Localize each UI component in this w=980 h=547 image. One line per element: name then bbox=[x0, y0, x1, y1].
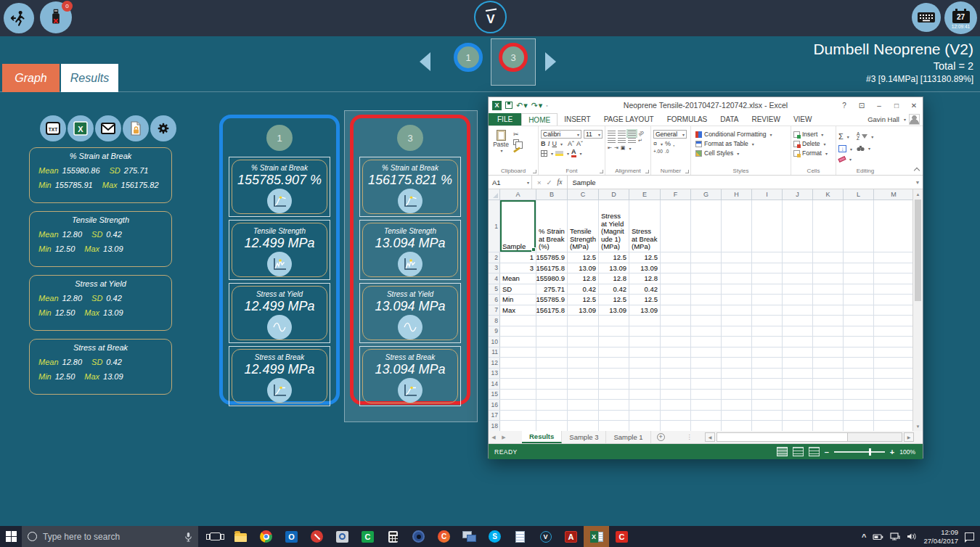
collapse-ribbon-icon[interactable] bbox=[914, 168, 920, 173]
ccleaner-icon[interactable]: C bbox=[431, 526, 457, 547]
row-header-1[interactable]: 1 bbox=[489, 200, 500, 252]
camtasia-recorder-icon[interactable]: C bbox=[609, 526, 634, 547]
cell-D1[interactable]: Stress at Yield (Magnitude 1) (MPa) bbox=[599, 200, 629, 252]
adobe-reader-icon[interactable]: A bbox=[558, 526, 584, 547]
cell-C1[interactable]: Tensile Strength (MPa) bbox=[568, 200, 599, 252]
cell-B7[interactable]: 156175.8 bbox=[536, 305, 568, 316]
align-top-icon[interactable] bbox=[608, 131, 616, 136]
tab-results[interactable]: Results bbox=[61, 64, 118, 92]
sample-tab-1[interactable]: 1 bbox=[454, 43, 483, 72]
metric-card[interactable]: % Strain at Break156175.821 % bbox=[359, 157, 461, 217]
cell-M15[interactable] bbox=[874, 390, 914, 400]
column-header-L[interactable]: L bbox=[844, 189, 874, 200]
ribbon-tab-page-layout[interactable]: PAGE LAYOUT bbox=[597, 113, 661, 126]
cell-F14[interactable] bbox=[661, 379, 691, 389]
cell-B16[interactable] bbox=[536, 400, 568, 410]
row-header-16[interactable]: 16 bbox=[489, 400, 500, 410]
row-header-8[interactable]: 8 bbox=[489, 316, 500, 326]
column-header-C[interactable]: C bbox=[568, 189, 599, 200]
column-header-A[interactable]: A bbox=[500, 189, 536, 200]
cell-D3[interactable]: 13.09 bbox=[599, 263, 629, 274]
cell-F18[interactable] bbox=[661, 421, 691, 431]
cell-I4[interactable] bbox=[752, 274, 783, 284]
cell-G4[interactable] bbox=[691, 274, 722, 284]
cell-H16[interactable] bbox=[722, 400, 752, 410]
excel-app-icon[interactable]: X bbox=[584, 526, 609, 547]
align-center-icon[interactable] bbox=[618, 138, 626, 144]
sheet-nav-right-icon[interactable]: ▶ bbox=[499, 431, 509, 443]
cell-I1[interactable] bbox=[752, 200, 783, 252]
cell-M8[interactable] bbox=[874, 316, 914, 326]
scroll-down-icon[interactable]: ▼ bbox=[913, 421, 923, 431]
excel-titlebar[interactable]: X ↶ ▾ ↷ ▾ ▫ Neoprene Tensile-20170427-12… bbox=[489, 97, 923, 113]
cell-K8[interactable] bbox=[813, 316, 844, 326]
cell-F5[interactable] bbox=[661, 284, 691, 295]
cell-I2[interactable] bbox=[752, 252, 783, 263]
cell-M14[interactable] bbox=[874, 379, 914, 389]
cells-button-format[interactable]: Format▾ bbox=[793, 149, 834, 157]
cell-M7[interactable] bbox=[874, 305, 914, 316]
vectorpro-icon[interactable]: V bbox=[533, 526, 558, 547]
column-header-B[interactable]: B bbox=[536, 189, 568, 200]
sheet-nav-left-icon[interactable]: ◀ bbox=[489, 431, 499, 443]
cell-D10[interactable] bbox=[599, 337, 629, 347]
row-header-14[interactable]: 14 bbox=[489, 379, 500, 389]
autosum-button[interactable]: Σ▾ bbox=[838, 132, 852, 141]
cell-K9[interactable] bbox=[813, 326, 844, 337]
styles-button-conditional-formatting[interactable]: Conditional Formatting▾ bbox=[695, 131, 789, 138]
number-dialog-launcher[interactable] bbox=[685, 170, 689, 173]
cell-F2[interactable] bbox=[661, 252, 691, 263]
export-txt-button[interactable]: TXT bbox=[40, 115, 66, 141]
cell-B1[interactable]: % Strain at Break (%) bbox=[536, 200, 568, 252]
cell-D14[interactable] bbox=[599, 379, 629, 389]
increase-decimal-icon[interactable]: +.00 bbox=[653, 149, 663, 154]
cell-A17[interactable] bbox=[500, 411, 536, 421]
cell-I15[interactable] bbox=[752, 390, 783, 400]
cell-L5[interactable] bbox=[844, 284, 874, 295]
file-explorer-icon[interactable] bbox=[228, 526, 253, 547]
cell-K4[interactable] bbox=[813, 274, 844, 284]
outlook-icon[interactable]: O bbox=[279, 526, 304, 547]
zoom-out-icon[interactable]: – bbox=[825, 448, 829, 456]
find-select-button[interactable]: ▾ bbox=[857, 145, 873, 152]
cell-H2[interactable] bbox=[722, 252, 752, 263]
cell-M6[interactable] bbox=[874, 295, 914, 305]
cell-M2[interactable] bbox=[874, 252, 914, 263]
usb-device-button[interactable]: 0 bbox=[40, 1, 72, 33]
cell-E14[interactable] bbox=[629, 379, 661, 389]
cell-E5[interactable]: 0.42 bbox=[629, 284, 661, 295]
cell-M3[interactable] bbox=[874, 263, 914, 274]
cell-M9[interactable] bbox=[874, 326, 914, 337]
cell-E11[interactable] bbox=[629, 347, 661, 358]
cell-A18[interactable] bbox=[500, 421, 536, 431]
clipboard-dialog-launcher[interactable] bbox=[533, 170, 536, 173]
metric-card[interactable]: % Strain at Break155785.907 % bbox=[229, 157, 330, 217]
cell-H15[interactable] bbox=[722, 390, 752, 400]
help-button[interactable]: ? bbox=[836, 98, 853, 112]
prev-sample-arrow[interactable] bbox=[420, 52, 430, 71]
select-all-corner[interactable] bbox=[489, 189, 500, 200]
cell-D2[interactable]: 12.5 bbox=[599, 252, 629, 263]
cell-B12[interactable] bbox=[536, 358, 568, 368]
horizontal-scroll-thumb[interactable] bbox=[717, 433, 848, 441]
vectorpro-home-button[interactable]: V bbox=[474, 1, 507, 33]
cell-J4[interactable] bbox=[783, 274, 813, 284]
cell-F6[interactable] bbox=[661, 295, 691, 305]
row-header-2[interactable]: 2 bbox=[489, 252, 500, 263]
cell-M12[interactable] bbox=[874, 358, 914, 368]
cell-H14[interactable] bbox=[722, 379, 752, 389]
cell-K12[interactable] bbox=[813, 358, 844, 368]
cell-M5[interactable] bbox=[874, 284, 914, 295]
row-header-9[interactable]: 9 bbox=[489, 326, 500, 337]
cell-M4[interactable] bbox=[874, 274, 914, 284]
horizontal-scrollbar[interactable] bbox=[716, 432, 902, 442]
cell-G7[interactable] bbox=[691, 305, 722, 316]
cell-L1[interactable] bbox=[844, 200, 874, 252]
cell-D13[interactable] bbox=[599, 369, 629, 379]
cell-H3[interactable] bbox=[722, 263, 752, 274]
cell-F10[interactable] bbox=[661, 337, 691, 347]
cell-L10[interactable] bbox=[844, 337, 874, 347]
cell-E17[interactable] bbox=[629, 411, 661, 421]
cell-A4[interactable]: Mean bbox=[500, 274, 536, 284]
page-layout-view-icon[interactable] bbox=[793, 447, 804, 456]
